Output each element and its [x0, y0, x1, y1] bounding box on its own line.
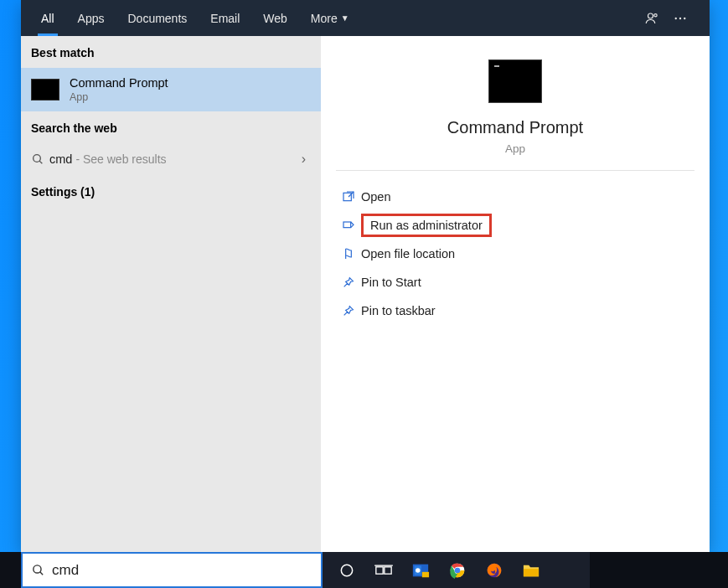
- results-column: Best match Command Prompt App Search the…: [21, 36, 321, 552]
- chevron-down-icon: ▼: [341, 13, 349, 23]
- svg-point-0: [648, 13, 653, 18]
- open-icon: [336, 190, 361, 204]
- action-label: Run as administrator: [361, 214, 492, 237]
- tab-email[interactable]: Email: [199, 0, 251, 36]
- svg-line-10: [40, 572, 43, 575]
- tab-label: All: [41, 12, 54, 25]
- preview-title: Command Prompt: [447, 118, 583, 137]
- search-input[interactable]: [52, 562, 312, 579]
- result-subtitle: App: [70, 91, 168, 103]
- search-web-heading: Search the web: [21, 111, 321, 143]
- tab-all[interactable]: All: [29, 0, 66, 36]
- best-match-heading: Best match: [21, 36, 321, 68]
- svg-point-20: [455, 567, 461, 573]
- settings-label: Settings (1): [31, 185, 95, 199]
- tab-apps[interactable]: Apps: [66, 0, 116, 36]
- result-title: Command Prompt: [70, 76, 168, 90]
- firefox-icon[interactable]: [485, 561, 503, 580]
- chrome-icon[interactable]: [448, 561, 467, 580]
- tab-label: More: [311, 12, 338, 25]
- taskbar: [0, 552, 728, 588]
- cortana-icon[interactable]: [338, 561, 356, 580]
- tab-label: Web: [263, 12, 287, 25]
- action-label: Pin to Start: [361, 273, 421, 291]
- web-result-row[interactable]: cmd - See web results ›: [21, 143, 321, 175]
- taskbar-apps: [323, 552, 728, 588]
- svg-rect-13: [385, 566, 391, 573]
- svg-rect-12: [376, 566, 383, 573]
- svg-rect-8: [343, 222, 351, 228]
- action-label: Open: [361, 188, 390, 206]
- svg-point-17: [416, 568, 421, 573]
- taskbar-search-box[interactable]: [21, 552, 323, 588]
- settings-results-row[interactable]: Settings (1): [21, 175, 321, 209]
- task-view-icon[interactable]: [374, 561, 393, 580]
- action-label: Open file location: [361, 245, 455, 263]
- action-pin-to-taskbar[interactable]: Pin to taskbar: [336, 297, 694, 325]
- search-icon: [31, 152, 49, 166]
- web-query: cmd: [49, 152, 72, 166]
- search-icon: [31, 563, 45, 577]
- panel-body: Best match Command Prompt App Search the…: [21, 36, 710, 552]
- preview-app-icon: [488, 59, 542, 103]
- pin-icon: [336, 276, 361, 289]
- best-match-result[interactable]: Command Prompt App: [21, 68, 321, 111]
- command-prompt-icon: [31, 79, 59, 101]
- tab-documents[interactable]: Documents: [116, 0, 199, 36]
- shield-icon: [336, 219, 361, 232]
- svg-rect-18: [422, 571, 429, 576]
- svg-point-5: [34, 155, 41, 162]
- svg-point-1: [654, 13, 657, 16]
- svg-point-9: [34, 565, 41, 573]
- svg-rect-22: [524, 569, 539, 576]
- action-run-as-administrator[interactable]: Run as administrator: [336, 211, 694, 240]
- preview-header: Command Prompt App: [336, 36, 694, 171]
- chevron-right-icon: ›: [302, 152, 311, 167]
- action-label: Pin to taskbar: [361, 302, 436, 320]
- account-icon[interactable]: [644, 11, 673, 26]
- action-open[interactable]: Open: [336, 183, 694, 211]
- svg-rect-7: [343, 193, 351, 200]
- result-text: Command Prompt App: [70, 76, 168, 103]
- tab-label: Email: [210, 12, 240, 25]
- folder-icon: [336, 247, 361, 260]
- actions-list: Open Run as administrator Open file loca…: [321, 171, 710, 337]
- tab-label: Apps: [78, 12, 105, 25]
- file-explorer-icon[interactable]: [522, 561, 540, 580]
- outlook-icon[interactable]: [411, 561, 430, 580]
- more-options-icon[interactable]: [673, 11, 701, 26]
- tab-label: Documents: [127, 12, 187, 25]
- svg-point-3: [679, 17, 681, 18]
- search-filter-tabbar: All Apps Documents Email Web More ▼: [21, 0, 710, 36]
- preview-subtitle: App: [505, 142, 525, 155]
- svg-point-11: [341, 565, 352, 575]
- action-pin-to-start[interactable]: Pin to Start: [336, 268, 694, 297]
- preview-column: Command Prompt App Open Run as administr…: [321, 36, 710, 552]
- svg-point-2: [675, 17, 677, 18]
- tab-more[interactable]: More ▼: [299, 0, 361, 36]
- tab-web[interactable]: Web: [251, 0, 299, 36]
- svg-line-6: [39, 161, 42, 163]
- search-results-panel: All Apps Documents Email Web More ▼ Best…: [21, 0, 710, 552]
- pin-icon: [336, 304, 361, 317]
- svg-point-4: [684, 17, 685, 18]
- taskbar-tray[interactable]: [590, 552, 728, 588]
- start-button[interactable]: [0, 552, 21, 588]
- web-hint: - See web results: [75, 152, 166, 166]
- action-open-file-location[interactable]: Open file location: [336, 240, 694, 268]
